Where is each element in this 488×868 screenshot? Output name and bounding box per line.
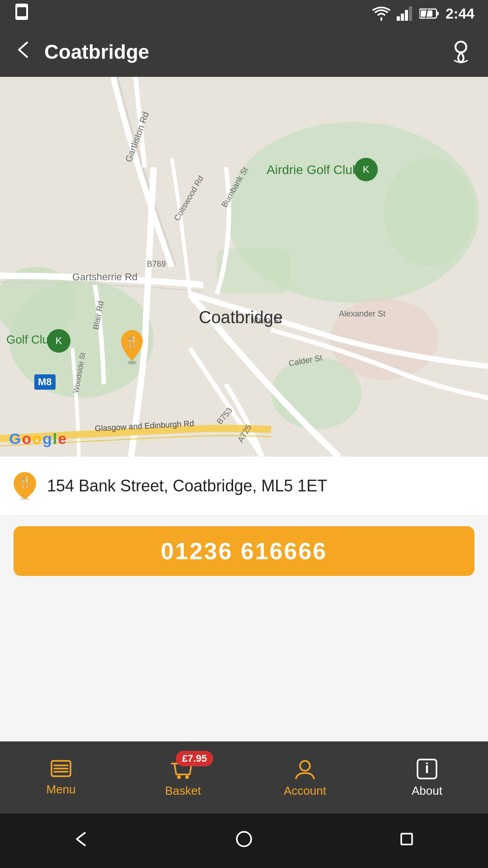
- nav-account-button[interactable]: Account: [244, 741, 366, 814]
- signal-icon: [397, 6, 413, 21]
- back-button[interactable]: [14, 40, 33, 64]
- svg-point-49: [177, 775, 181, 779]
- android-back-icon: [72, 830, 90, 848]
- basket-badge: £7.95: [176, 751, 213, 766]
- about-label: About: [412, 784, 442, 798]
- svg-text:i: i: [425, 760, 429, 776]
- back-arrow-icon: [14, 40, 33, 60]
- svg-rect-7: [436, 12, 439, 15]
- svg-rect-1: [17, 7, 26, 16]
- wifi-icon: [372, 6, 390, 21]
- svg-point-17: [384, 158, 474, 267]
- google-logo: G o o g l e: [9, 430, 66, 448]
- address-text: 154 Bank Street, Coatbridge, ML5 1ET: [47, 476, 327, 495]
- android-back-button[interactable]: [72, 830, 90, 852]
- svg-rect-55: [401, 834, 412, 844]
- account-label: Account: [284, 784, 326, 798]
- sim-icon: [14, 4, 30, 22]
- account-icon: [294, 758, 316, 780]
- svg-text:B769: B769: [147, 259, 166, 269]
- android-recent-icon: [398, 830, 416, 848]
- android-home-icon: [235, 830, 253, 848]
- m8-road-badge: M8: [34, 374, 56, 390]
- svg-rect-4: [405, 10, 408, 21]
- svg-text:🍴: 🍴: [18, 475, 32, 488]
- svg-point-10: [455, 42, 466, 52]
- nav-menu-button[interactable]: Menu: [0, 741, 122, 814]
- location-pin-button[interactable]: [447, 36, 474, 68]
- nav-basket-button[interactable]: £7.95 Basket: [122, 741, 244, 814]
- svg-text:K: K: [56, 335, 62, 346]
- svg-rect-3: [401, 14, 404, 21]
- android-nav-bar: [0, 814, 488, 868]
- status-time: 2:44: [446, 5, 474, 22]
- svg-point-50: [185, 775, 189, 779]
- svg-text:Airdrie Golf Club: Airdrie Golf Club: [267, 163, 359, 177]
- menu-icon: [50, 759, 72, 779]
- header: Coatbridge: [0, 27, 488, 77]
- svg-point-51: [300, 761, 310, 771]
- svg-rect-2: [397, 16, 400, 21]
- page-title: Coatbridge: [44, 41, 436, 63]
- android-home-button[interactable]: [235, 830, 253, 852]
- nav-about-button[interactable]: i About: [366, 741, 488, 814]
- status-icons: 2:44: [372, 5, 474, 22]
- about-icon: i: [416, 758, 438, 780]
- address-pin-icon: 🍴: [14, 472, 36, 500]
- menu-label: Menu: [46, 783, 75, 797]
- android-recent-button[interactable]: [398, 830, 416, 852]
- bottom-navigation: Menu £7.95 Basket Account i: [0, 741, 488, 814]
- svg-text:Alexander St: Alexander St: [339, 309, 385, 318]
- address-section: 🍴 154 Bank Street, Coatbridge, ML5 1ET: [0, 457, 488, 515]
- phone-number: 01236 616666: [161, 538, 328, 565]
- basket-label: Basket: [165, 784, 201, 798]
- phone-button[interactable]: 01236 616666: [14, 526, 474, 576]
- battery-icon: [419, 8, 439, 19]
- map-view[interactable]: Gartliston Rd Coltswood Rd Burnbank St G…: [0, 77, 488, 457]
- location-icon: [447, 36, 474, 63]
- status-bar: 2:44: [0, 0, 488, 27]
- svg-rect-5: [409, 6, 412, 21]
- svg-text:Coatbridge: Coatbridge: [199, 308, 283, 327]
- basket-icon-container: £7.95: [171, 757, 195, 780]
- svg-text:K: K: [363, 164, 370, 175]
- svg-point-39: [127, 361, 136, 364]
- svg-point-54: [237, 832, 251, 846]
- svg-text:Gartsherrie Rd: Gartsherrie Rd: [72, 271, 137, 283]
- svg-text:🍴: 🍴: [125, 335, 139, 348]
